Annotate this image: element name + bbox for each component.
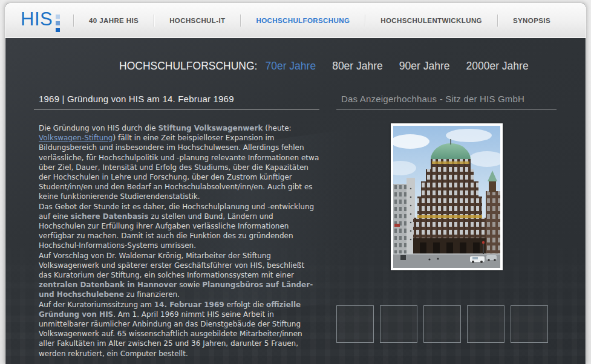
text-segment: 14. Februar 1969 [154,301,224,309]
aside-column-header: Das Anzeigerhochhaus - Sitz der HIS GmbH [336,94,557,110]
page-container: HIS 40 JAHRE HIS HOCHSCHUL-IT HOCHSCHULF… [5,3,586,364]
subnav-item-80er[interactable]: 80er Jahre [332,60,383,73]
text-segment: sowie [177,281,202,289]
photo-thumbnail-3[interactable] [423,305,461,343]
aside-title: Das Anzeigerhochhaus - Sitz der HIS GmbH [336,94,557,110]
subnav-section-label: HOCHSCHULFORSCHUNG: [119,60,257,73]
nav-item-hochschul-it[interactable]: HOCHSCHUL-IT [154,17,240,24]
text-segment: sichere Datenbasis [71,212,149,221]
article-title: 1969 | Gründung von HIS am 14. Februar 1… [34,94,319,110]
nav-item-hochschulforschung[interactable]: HOCHSCHULFORSCHUNG [241,17,365,24]
his-logo-text: HIS [21,9,53,32]
subnav-item-2000er[interactable]: 2000er Jahre [466,60,529,73]
photo-thumbnail-strip [336,305,548,343]
text-segment: zentralen Datenbank in Hannover [39,281,177,289]
his-logo-dots-icon [56,15,60,32]
nav-item-40-jahre-his[interactable]: 40 JAHRE HIS [74,17,154,24]
subnav-item-90er[interactable]: 90er Jahre [399,60,450,73]
text-segment: Auf Vorschlag von Dr. Waldemar Krönig, M… [39,252,304,279]
decade-navigation: HOCHSCHULFORSCHUNG: 70er Jahre 80er Jahr… [119,60,545,73]
photo-thumbnail-5[interactable] [511,305,548,343]
article-body: Die Gründung von HIS durch die Stiftung … [39,123,319,359]
header-bar: HIS 40 JAHRE HIS HOCHSCHUL-IT HOCHSCHULF… [5,3,586,38]
content-area: HOCHSCHULFORSCHUNG: 70er Jahre 80er Jahr… [5,38,586,364]
text-segment: Die Gründung von HIS durch die [39,124,158,132]
anzeiger-hochhaus-photo [391,123,503,270]
nav-item-hochschulentwicklung[interactable]: HOCHSCHULENTWICKLUNG [365,17,497,24]
text-segment: erfolgt die [224,301,266,309]
photo-thumbnail-2[interactable] [380,305,417,343]
his-logo[interactable]: HIS [21,9,60,32]
nav-item-synopsis[interactable]: SYNOPSIS [498,17,566,24]
text-segment: zu finanzieren. [124,290,180,299]
anzeiger-hochhaus-illustration [393,126,500,268]
photo-thumbnail-1[interactable] [336,305,374,343]
photo-thumbnail-4[interactable] [467,305,504,343]
article-column: 1969 | Gründung von HIS am 14. Februar 1… [34,94,319,359]
text-segment: (heute: [263,124,291,132]
text-segment: Auf der Kuratoriumssitzung am [39,301,154,309]
main-navigation: 40 JAHRE HIS HOCHSCHUL-IT HOCHSCHULFORSC… [73,3,566,37]
subnav-item-70er[interactable]: 70er Jahre [265,60,316,73]
inline-link[interactable]: Volkswagen-Stiftung [39,134,113,142]
text-segment: Stiftung Volkswagenwerk [158,124,263,132]
text-segment: ) fällt in eine Zeit beispielloser Expan… [39,134,319,201]
